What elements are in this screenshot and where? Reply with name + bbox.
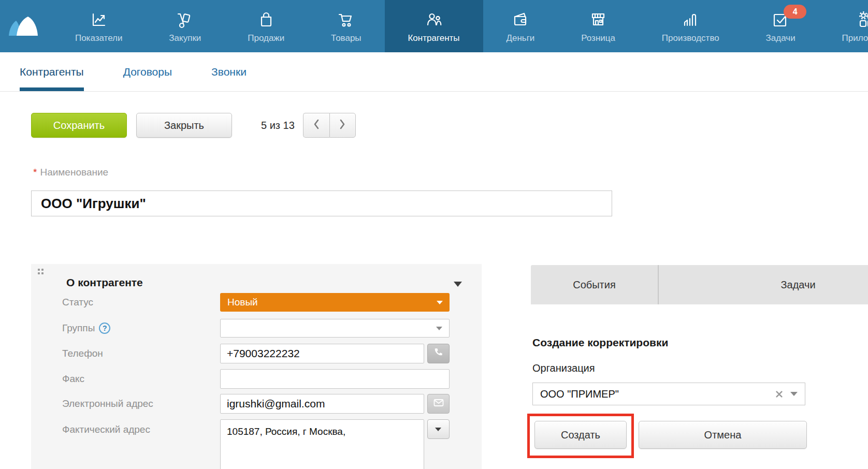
send-email-button[interactable] xyxy=(427,394,450,414)
status-select[interactable]: Новый xyxy=(220,293,450,312)
tab-events[interactable]: События xyxy=(531,265,659,304)
next-record-button[interactable] xyxy=(329,113,356,138)
groups-row: Группы ? xyxy=(62,319,450,338)
envelope-icon xyxy=(433,399,444,409)
fax-input[interactable] xyxy=(220,369,450,389)
phone-label: Телефон xyxy=(62,348,220,359)
nav-item-retail[interactable]: Розница xyxy=(558,0,639,52)
nav-label: Розница xyxy=(581,33,615,43)
address-row: Фактический адрес 105187, Россия, г Моск… xyxy=(62,419,450,469)
sub-tab-counterparties[interactable]: Контрагенты xyxy=(20,52,84,91)
clear-icon[interactable] xyxy=(775,390,783,398)
tab-tasks[interactable]: Задачи xyxy=(659,265,868,304)
call-button[interactable] xyxy=(427,344,450,363)
chevron-left-icon xyxy=(312,118,321,133)
nav-label: Деньги xyxy=(506,33,534,43)
panel-title: О контрагенте xyxy=(66,276,143,289)
address-textarea[interactable]: 105187, Россия, г Москва, xyxy=(220,419,424,469)
organization-label: Организация xyxy=(532,362,595,374)
pager-position: 5 из 13 xyxy=(261,120,295,131)
nav-item-apps[interactable]: Приложения xyxy=(819,0,868,52)
dropdown-arrow-icon xyxy=(436,327,442,330)
wallet-icon xyxy=(511,10,530,30)
address-line: 105187, Россия, г Москва, xyxy=(227,426,345,437)
storefront-icon xyxy=(589,10,607,30)
nav-label: Закупки xyxy=(169,33,201,43)
record-toolbar: Сохранить Закрыть 5 из 13 xyxy=(31,113,356,138)
address-label: Фактический адрес xyxy=(62,424,220,435)
status-row: Статус Новый xyxy=(62,293,450,312)
phone-icon xyxy=(433,347,444,360)
about-counterparty-panel: О контрагенте Статус Новый Группы ? Теле… xyxy=(31,264,482,469)
nav-item-purchases[interactable]: Закупки xyxy=(146,0,224,52)
checkbox-icon: 4 xyxy=(771,10,790,30)
email-row: Электронный адрес xyxy=(62,394,450,414)
nav-item-goods[interactable]: Товары xyxy=(308,0,384,52)
people-icon xyxy=(425,10,443,30)
nav-label: Приложения xyxy=(842,33,868,43)
moysklad-logo-icon xyxy=(7,13,45,40)
dropdown-arrow-icon xyxy=(435,428,441,431)
nav-item-production[interactable]: Производство xyxy=(639,0,743,52)
top-navigation: Показатели Закупки Продажи xyxy=(0,0,868,52)
email-input[interactable] xyxy=(220,394,424,414)
address-expand-button[interactable] xyxy=(427,419,450,439)
app-logo[interactable] xyxy=(0,0,52,52)
nav-label: Задачи xyxy=(766,33,795,43)
prev-record-button[interactable] xyxy=(303,113,329,138)
moysklad-app: Показатели Закупки Продажи xyxy=(0,0,868,469)
phone-row: Телефон xyxy=(62,344,450,363)
line-chart-icon xyxy=(90,10,108,30)
hand-truck-icon xyxy=(176,10,194,30)
organization-value: ООО "ПРИМЕР" xyxy=(540,388,775,400)
save-button[interactable]: Сохранить xyxy=(31,113,127,138)
required-asterisk: * xyxy=(33,167,37,178)
drag-handle-icon[interactable] xyxy=(38,269,44,274)
help-icon[interactable]: ? xyxy=(99,323,110,334)
section-sub-navigation: Контрагенты Договоры Звонки xyxy=(0,52,868,92)
nav-label: Контрагенты xyxy=(408,33,459,43)
organization-combobox[interactable]: ООО "ПРИМЕР" xyxy=(532,383,805,405)
groups-label: Группы ? xyxy=(62,323,220,334)
phone-input[interactable] xyxy=(220,344,424,363)
groups-select[interactable] xyxy=(220,319,450,338)
correction-dialog-heading: Создание корректировки xyxy=(532,336,668,349)
create-button[interactable]: Создать xyxy=(534,421,627,449)
status-value: Новый xyxy=(227,297,258,308)
nav-label: Товары xyxy=(331,33,361,43)
record-pager xyxy=(303,113,356,138)
cancel-button[interactable]: Отмена xyxy=(639,421,807,449)
activity-tabs: События Задачи xyxy=(531,265,868,304)
dropdown-arrow-icon[interactable] xyxy=(790,392,798,396)
shopping-bag-icon xyxy=(257,10,276,30)
nav-item-indicators[interactable]: Показатели xyxy=(52,0,146,52)
production-icon xyxy=(681,10,700,30)
nav-item-sales[interactable]: Продажи xyxy=(224,0,308,52)
email-label: Электронный адрес xyxy=(62,398,220,409)
status-label: Статус xyxy=(62,297,220,308)
fax-label: Факс xyxy=(62,373,220,385)
nav-item-money[interactable]: Деньги xyxy=(483,0,558,52)
sub-tab-calls[interactable]: Звонки xyxy=(211,52,247,91)
name-input[interactable] xyxy=(31,190,612,216)
chevron-right-icon xyxy=(338,118,346,133)
nav-label: Показатели xyxy=(75,33,123,43)
dropdown-arrow-icon xyxy=(437,301,443,304)
nav-item-counterparties[interactable]: Контрагенты xyxy=(385,0,483,52)
tasks-count-badge: 4 xyxy=(784,5,806,19)
apps-gear-icon xyxy=(858,10,868,30)
nav-label: Продажи xyxy=(248,33,284,43)
name-field-label: *Наименование xyxy=(33,167,108,178)
nav-item-tasks[interactable]: 4 Задачи xyxy=(743,0,819,52)
nav-label: Производство xyxy=(662,33,719,43)
close-button[interactable]: Закрыть xyxy=(136,113,232,138)
collapse-panel-icon[interactable] xyxy=(454,282,462,287)
cart-icon xyxy=(337,10,355,30)
fax-row: Факс xyxy=(62,369,450,389)
sub-tab-contracts[interactable]: Договоры xyxy=(123,52,172,91)
